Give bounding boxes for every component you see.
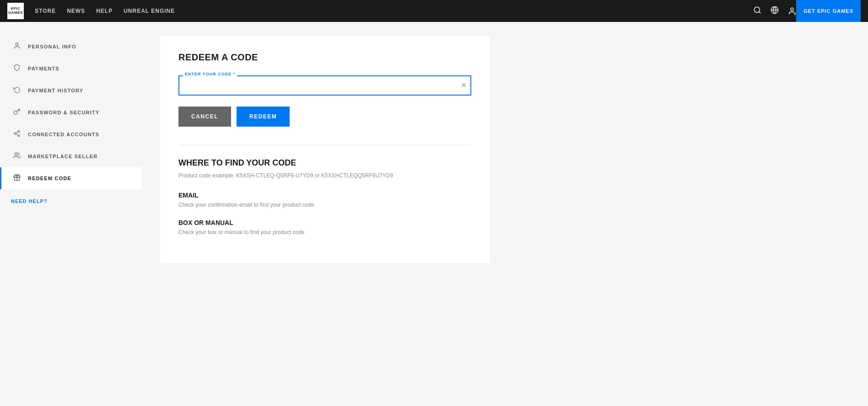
nav-news[interactable]: NEWS bbox=[67, 8, 85, 14]
svg-line-9 bbox=[16, 134, 18, 135]
svg-line-10 bbox=[16, 132, 18, 133]
section-divider bbox=[178, 145, 471, 145]
navbar: EPICGAMES STORE NEWS HELP UNREAL ENGINE bbox=[0, 0, 868, 22]
nav-unreal-engine[interactable]: UNREAL ENGINE bbox=[124, 8, 175, 14]
marketplace-seller-icon bbox=[12, 152, 22, 161]
password-security-icon bbox=[12, 108, 22, 117]
redeem-code-icon bbox=[12, 174, 22, 183]
where-to-find-title: WHERE TO FIND YOUR CODE bbox=[178, 158, 471, 168]
main-content: REDEEM A CODE ENTER YOUR CODE * ✕ CANCEL… bbox=[142, 22, 868, 406]
sidebar-label-payments: PAYMENTS bbox=[28, 66, 59, 71]
sidebar-label-redeem-code: REDEEM CODE bbox=[28, 176, 71, 181]
payments-icon bbox=[12, 64, 22, 73]
sidebar-item-payment-history[interactable]: PAYMENT HISTORY bbox=[0, 80, 142, 102]
navbar-right bbox=[753, 6, 796, 16]
connected-accounts-icon bbox=[12, 130, 22, 139]
box-section: BOX OR MANUAL Check your box or manual t… bbox=[178, 219, 471, 235]
input-label: ENTER YOUR CODE * bbox=[183, 72, 237, 76]
svg-point-11 bbox=[15, 153, 17, 155]
nav-store[interactable]: STORE bbox=[35, 8, 56, 14]
globe-icon[interactable] bbox=[771, 6, 779, 16]
sidebar: PERSONAL INFO PAYMENTS PAYMENT HISTORY bbox=[0, 22, 142, 406]
sidebar-item-marketplace-seller[interactable]: MARKETPLACE SELLER bbox=[0, 145, 142, 167]
sidebar-item-password-security[interactable]: PASSWORD & SECURITY bbox=[0, 102, 142, 123]
sidebar-item-connected-accounts[interactable]: CONNECTED ACCOUNTS bbox=[0, 123, 142, 145]
epic-logo[interactable]: EPICGAMES bbox=[7, 3, 24, 19]
need-help-link[interactable]: NEED HELP? bbox=[0, 189, 142, 213]
sidebar-item-payments[interactable]: PAYMENTS bbox=[0, 58, 142, 80]
svg-line-1 bbox=[759, 11, 760, 13]
redeem-button[interactable]: REDEEM bbox=[237, 107, 290, 127]
box-section-desc: Check your box or manual to find your pr… bbox=[178, 229, 471, 235]
search-icon[interactable] bbox=[753, 6, 761, 16]
code-input[interactable] bbox=[178, 75, 471, 96]
nav-links: STORE NEWS HELP UNREAL ENGINE bbox=[35, 8, 753, 14]
button-row: CANCEL REDEEM bbox=[178, 107, 471, 127]
get-epic-button[interactable]: GET EPIC GAMES bbox=[796, 0, 861, 22]
code-input-wrapper: ENTER YOUR CODE * ✕ bbox=[178, 75, 471, 96]
payment-history-icon bbox=[12, 86, 22, 95]
svg-point-5 bbox=[16, 43, 18, 45]
sidebar-label-personal-info: PERSONAL INFO bbox=[28, 44, 76, 49]
email-section-desc: Check your confirmation email to find yo… bbox=[178, 202, 471, 208]
page-wrapper: PERSONAL INFO PAYMENTS PAYMENT HISTORY bbox=[0, 0, 868, 406]
content-card: REDEEM A CODE ENTER YOUR CODE * ✕ CANCEL… bbox=[160, 36, 490, 263]
email-section: EMAIL Check your confirmation email to f… bbox=[178, 192, 471, 208]
cancel-button[interactable]: CANCEL bbox=[178, 107, 231, 127]
user-avatar[interactable] bbox=[788, 7, 796, 15]
box-section-title: BOX OR MANUAL bbox=[178, 219, 471, 226]
email-section-title: EMAIL bbox=[178, 192, 471, 199]
personal-info-icon bbox=[12, 42, 22, 51]
svg-point-4 bbox=[791, 8, 793, 11]
sidebar-label-marketplace-seller: MARKETPLACE SELLER bbox=[28, 154, 97, 159]
sidebar-label-payment-history: PAYMENT HISTORY bbox=[28, 88, 83, 93]
code-example: Product code example: K5XSH-CTLEQ-Q5RF6-… bbox=[178, 172, 471, 179]
nav-help[interactable]: HELP bbox=[96, 8, 113, 14]
sidebar-label-password-security: PASSWORD & SECURITY bbox=[28, 110, 99, 115]
logo-box: EPICGAMES bbox=[7, 3, 24, 19]
sidebar-item-personal-info[interactable]: PERSONAL INFO bbox=[0, 36, 142, 58]
sidebar-item-redeem-code[interactable]: REDEEM CODE bbox=[0, 167, 142, 189]
clear-input-button[interactable]: ✕ bbox=[461, 82, 467, 89]
sidebar-label-connected-accounts: CONNECTED ACCOUNTS bbox=[28, 132, 99, 137]
page-title: REDEEM A CODE bbox=[178, 52, 471, 63]
